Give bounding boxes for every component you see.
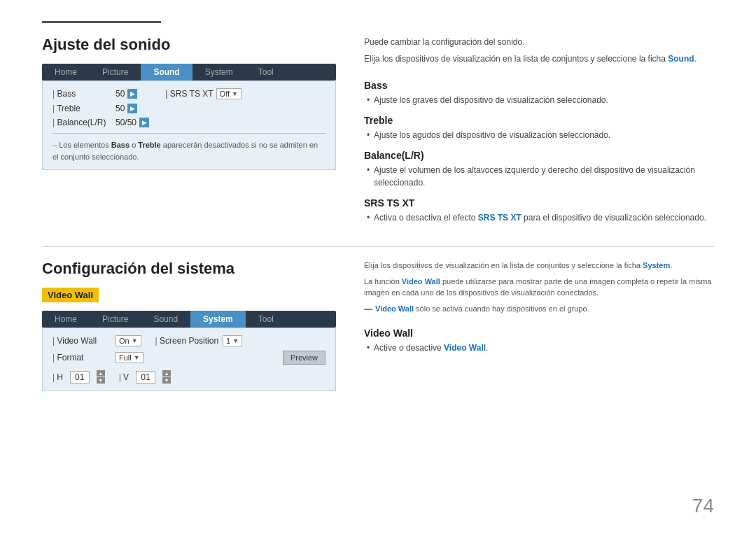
section2-note-dash: Video Wall sólo se activa cuando hay dis…: [364, 303, 714, 315]
s2-intro1-highlight: System: [643, 261, 670, 269]
subsection-vw-bullet: Active o desactive Video Wall.: [364, 342, 714, 354]
h-spinner-value: 01: [70, 371, 90, 384]
menu-item-picture[interactable]: Picture: [90, 64, 141, 80]
note-bass-bold: Bass: [111, 141, 130, 149]
section2-menu-bar: Home Picture Sound System Tool: [42, 311, 336, 328]
srs-setting: | SRS TS XT Off ▼: [165, 88, 241, 99]
note-mid: o: [130, 141, 138, 149]
videowall-dropdown[interactable]: On ▼: [115, 335, 141, 346]
vw-bullet-prefix: Active o desactive: [374, 343, 444, 353]
h-spin-down[interactable]: ▼: [97, 377, 105, 384]
intro2-prefix: Elija los dispositivos de visualización …: [364, 54, 668, 64]
section1-menu-bar: Home Picture Sound System Tool: [42, 64, 336, 80]
bass-value: 50: [115, 89, 125, 99]
intro1-text: Puede cambiar la configuración del sonid…: [364, 37, 524, 47]
subsection-vw: Video Wall Active o desactive Video Wall…: [364, 328, 714, 354]
h-spinner-btns[interactable]: ▲ ▼: [97, 370, 105, 384]
vw-value-format: Full ▼: [115, 352, 144, 363]
balance-arrow-btn[interactable]: ▶: [139, 118, 149, 127]
section2-right: Elija los dispositivos de visualización …: [364, 260, 714, 391]
setting-label-bass: Bass: [52, 89, 115, 99]
dash-line: [364, 309, 372, 310]
subsection-balance: Balance(L/R) Ajuste el volumen de los al…: [364, 150, 714, 189]
setting-row-treble: Treble 50 ▶: [52, 104, 326, 113]
s2-menu-system[interactable]: System: [190, 311, 246, 328]
subsection-treble-bullet: Ajuste los agudos del dispositivo de vis…: [364, 129, 714, 141]
section2-intro1: Elija los dispositivos de visualización …: [364, 260, 714, 272]
vw-row-format: Format Full ▼ Preview: [52, 351, 326, 365]
subsection-srs: SRS TS XT Activa o desactiva el efecto S…: [364, 197, 714, 224]
menu-item-home[interactable]: Home: [42, 64, 90, 80]
vw-bullet-highlight: Video Wall: [444, 343, 486, 353]
srs-dropdown[interactable]: Off ▼: [216, 88, 241, 99]
videowall-value: On: [119, 337, 130, 345]
s2-menu-tool[interactable]: Tool: [246, 311, 286, 328]
screenpos-value: 1: [226, 337, 230, 345]
section1-title: Ajuste del sonido: [42, 36, 336, 54]
subsection-bass-title: Bass: [364, 80, 714, 91]
menu-item-tool[interactable]: Tool: [246, 64, 286, 80]
section-separator: [42, 246, 714, 247]
screenpos-arrow: ▼: [232, 337, 239, 344]
balance-value: 50/50: [115, 118, 136, 127]
preview-button[interactable]: Preview: [283, 351, 326, 365]
s2-menu-sound[interactable]: Sound: [141, 311, 190, 328]
menu-item-sound[interactable]: Sound: [141, 64, 192, 80]
treble-arrow-btn[interactable]: ▶: [127, 104, 137, 113]
subsection-balance-bullet: Ajuste el volumen de los altavoces izqui…: [364, 164, 714, 189]
intro2-suffix: .: [694, 54, 696, 64]
srs-label: | SRS TS XT: [165, 89, 213, 99]
srs-bullet-highlight: SRS TS XT: [478, 213, 522, 223]
s2-intro1-suffix: .: [670, 261, 672, 269]
srs-bullet-prefix: Activa o desactiva el efecto: [374, 213, 478, 223]
setting-row-bass: Bass 50 ▶ | SRS TS XT Off ▼: [52, 88, 326, 99]
srs-value: Off: [220, 90, 230, 98]
screenpos-dropdown[interactable]: 1 ▼: [223, 335, 242, 346]
h-label: H: [52, 372, 63, 382]
s2-intro1-prefix: Elija los dispositivos de visualización …: [364, 261, 643, 269]
v-spin-up[interactable]: ▲: [162, 370, 171, 377]
treble-value: 50: [115, 104, 125, 113]
s2-menu-home[interactable]: Home: [42, 311, 90, 328]
vw-bullet-suffix: .: [486, 343, 488, 353]
s2-intro2-prefix: La función: [364, 277, 402, 286]
bass-arrow-btn[interactable]: ▶: [127, 89, 137, 99]
v-label: V: [119, 372, 129, 382]
intro2-highlight: Sound: [668, 54, 694, 64]
setting-label-treble: Treble: [52, 104, 115, 113]
format-value: Full: [119, 353, 132, 362]
v-spinner-btns[interactable]: ▲ ▼: [162, 370, 171, 384]
format-dropdown-arrow: ▼: [134, 354, 140, 361]
video-wall-badge: Video Wall: [42, 288, 99, 302]
vw-right-screenpos: Screen Position 1 ▼: [155, 335, 243, 346]
subsection-srs-bullet: Activa o desactiva el efecto SRS TS XT p…: [364, 211, 714, 224]
v-spin-down[interactable]: ▼: [162, 377, 171, 384]
setting-row-balance: Balance(L/R) 50/50 ▶: [52, 118, 326, 127]
vw-label-videowall: Video Wall: [52, 336, 115, 346]
subsection-srs-title: SRS TS XT: [364, 197, 714, 209]
vw-row-videowall: Video Wall On ▼ Screen Position 1 ▼: [52, 335, 326, 346]
settings-note: – Los elementos Bass o Treble aparecerán…: [52, 139, 326, 162]
section2-columns: Configuración del sistema Video Wall Hom…: [42, 260, 714, 391]
page-number: 74: [692, 495, 714, 517]
panel-divider: [52, 133, 326, 134]
h-spin-up[interactable]: ▲: [97, 370, 105, 377]
top-divider: [42, 21, 161, 23]
section2-settings-panel: Video Wall On ▼ Screen Position 1 ▼: [42, 328, 336, 391]
v-spinner-value: 01: [136, 371, 155, 384]
format-dropdown[interactable]: Full ▼: [115, 352, 144, 363]
subsection-balance-title: Balance(L/R): [364, 150, 714, 161]
vw-label-format: Format: [52, 353, 115, 363]
srs-dropdown-arrow: ▼: [232, 90, 238, 97]
subsection-treble-title: Treble: [364, 115, 714, 126]
srs-bullet-suffix: para el dispositivo de visualización sel…: [522, 213, 706, 223]
s2-menu-picture[interactable]: Picture: [90, 311, 141, 328]
subsection-bass: Bass Ajuste los graves del dispositivo d…: [364, 80, 714, 106]
setting-label-balance: Balance(L/R): [52, 118, 115, 127]
menu-item-system[interactable]: System: [192, 64, 246, 80]
section1-intro1: Puede cambiar la configuración del sonid…: [364, 36, 714, 48]
section1-settings-panel: Bass 50 ▶ | SRS TS XT Off ▼: [42, 80, 336, 170]
vw-value-videowall: On ▼: [115, 335, 141, 346]
subsection-bass-bullet: Ajuste los graves del dispositivo de vis…: [364, 94, 714, 106]
subsection-vw-title: Video Wall: [364, 328, 714, 339]
